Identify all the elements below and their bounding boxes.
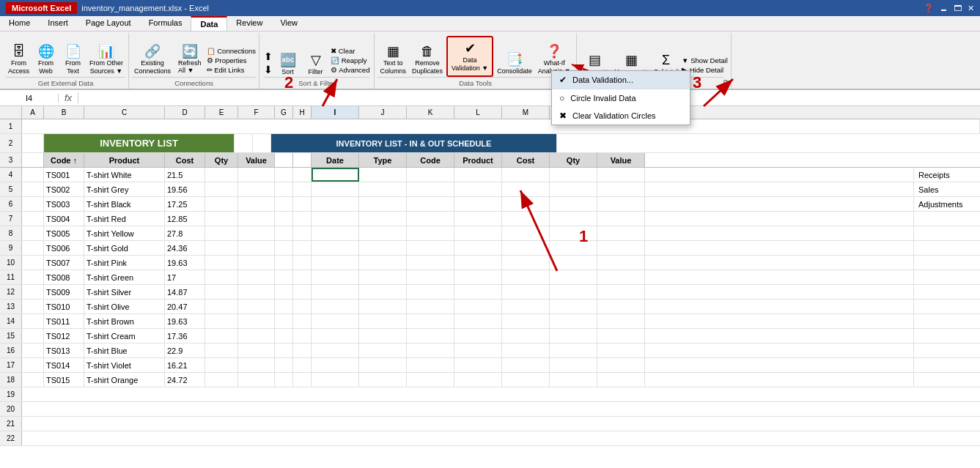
sched-o-7[interactable] [597, 212, 645, 226]
file-button[interactable]: Microsoft Excel [6, 2, 77, 14]
sched-n-18[interactable] [550, 373, 597, 387]
sched-k-12[interactable] [407, 285, 454, 299]
cell-code-14[interactable]: TS011 [44, 314, 84, 328]
cell-code-11[interactable]: TS008 [44, 270, 84, 284]
cell-value-4[interactable] [238, 168, 275, 182]
cell-product-4[interactable]: T-shirt White [84, 168, 165, 182]
col-header-l[interactable]: L [454, 106, 502, 119]
sched-k-11[interactable] [407, 270, 454, 284]
tab-home[interactable]: Home [0, 16, 39, 31]
sched-j-12[interactable] [359, 285, 407, 299]
sched-date-6[interactable] [312, 197, 359, 211]
cell-value-8[interactable] [238, 226, 275, 240]
sched-l-13[interactable] [454, 300, 502, 313]
sched-m-7[interactable] [502, 212, 550, 226]
help-icon[interactable]: ❓ [924, 4, 934, 13]
cell-product-10[interactable]: T-shirt Pink [84, 256, 165, 270]
sched-o-18[interactable] [597, 373, 645, 387]
cell-cost-14[interactable]: 19.63 [165, 314, 205, 328]
cell-product-14[interactable]: T-shirt Brown [84, 314, 165, 328]
cell-qty-16[interactable] [205, 343, 238, 357]
cell-qty-11[interactable] [205, 270, 238, 284]
cell-qty-12[interactable] [205, 285, 238, 299]
col-header-i[interactable]: I [312, 106, 359, 119]
cell-cost-18[interactable]: 24.72 [165, 373, 205, 387]
sched-o-11[interactable] [597, 270, 645, 284]
sched-date-9[interactable] [312, 241, 359, 255]
sched-date-12[interactable] [312, 285, 359, 299]
tab-insert[interactable]: Insert [39, 16, 77, 31]
cell-code-16[interactable]: TS013 [44, 343, 84, 357]
cell-code-9[interactable]: TS006 [44, 241, 84, 255]
sched-o-15[interactable] [597, 329, 645, 343]
sched-o-6[interactable] [597, 197, 645, 211]
cell-product-17[interactable]: T-shirt Violet [84, 358, 165, 372]
cell-cost-10[interactable]: 19.63 [165, 256, 205, 270]
col-header-f[interactable]: F [238, 106, 275, 119]
sched-date-7[interactable] [312, 212, 359, 226]
cell-qty-14[interactable] [205, 314, 238, 328]
cell-qty-6[interactable] [205, 197, 238, 211]
cell-cost-11[interactable]: 17 [165, 270, 205, 284]
sort-asc-icon[interactable]: ⬆ [264, 51, 273, 62]
cell-qty-17[interactable] [205, 358, 238, 372]
sched-date-5[interactable] [312, 182, 359, 196]
cell-code-17[interactable]: TS014 [44, 358, 84, 372]
sched-j-15[interactable] [359, 329, 407, 343]
cell-qty-13[interactable] [205, 300, 238, 313]
cell-value-10[interactable] [238, 256, 275, 270]
sched-m-13[interactable] [502, 300, 550, 313]
sched-date-13[interactable] [312, 300, 359, 313]
sched-m-12[interactable] [502, 285, 550, 299]
cell-cost-13[interactable]: 20.47 [165, 300, 205, 313]
cell-code-10[interactable]: TS007 [44, 256, 84, 270]
col-header-j[interactable]: J [359, 106, 407, 119]
tab-data[interactable]: Data [191, 16, 227, 31]
sched-l-7[interactable] [454, 212, 502, 226]
btn-connections[interactable]: 📋 Connections [207, 47, 256, 55]
col-header-k[interactable]: K [407, 106, 454, 119]
sched-k-4[interactable] [407, 168, 454, 182]
sched-n-11[interactable] [550, 270, 597, 284]
cell-code-7[interactable]: TS004 [44, 212, 84, 226]
sched-l-5[interactable] [454, 182, 502, 196]
sched-o-4[interactable] [597, 168, 645, 182]
outline-dialog-icon[interactable]: ⧉ [723, 78, 728, 86]
cell-product-6[interactable]: T-shirt Black [84, 197, 165, 211]
sched-j-14[interactable] [359, 314, 407, 328]
btn-clear[interactable]: ✖ Clear [331, 47, 369, 55]
sched-date-14[interactable] [312, 314, 359, 328]
cell-cost-15[interactable]: 17.36 [165, 329, 205, 343]
col-header-c[interactable]: C [84, 106, 165, 119]
sched-o-17[interactable] [597, 358, 645, 372]
sched-k-5[interactable] [407, 182, 454, 196]
sched-m-6[interactable] [502, 197, 550, 211]
sched-j-9[interactable] [359, 241, 407, 255]
sched-m-17[interactable] [502, 358, 550, 372]
sched-l-18[interactable] [454, 373, 502, 387]
cell-product-7[interactable]: T-shirt Red [84, 212, 165, 226]
sort-desc-icon[interactable]: ⬇ [264, 64, 273, 75]
sched-k-18[interactable] [407, 373, 454, 387]
col-header-a[interactable]: A [22, 106, 44, 119]
cell-code-13[interactable]: TS010 [44, 300, 84, 313]
sched-j-4[interactable] [359, 168, 407, 182]
sched-j-18[interactable] [359, 373, 407, 387]
btn-show-detail[interactable]: ▼ Show Detail [682, 56, 728, 64]
sched-k-13[interactable] [407, 300, 454, 313]
sched-l-9[interactable] [454, 241, 502, 255]
sched-date-10[interactable] [312, 256, 359, 270]
cell-product-12[interactable]: T-shirt Silver [84, 285, 165, 299]
btn-data-validation[interactable]: ✔ DataValidation ▼ [446, 36, 493, 77]
cell-qty-7[interactable] [205, 212, 238, 226]
sched-o-5[interactable] [597, 182, 645, 196]
sched-l-12[interactable] [454, 285, 502, 299]
sched-k-10[interactable] [407, 256, 454, 270]
cell-value-7[interactable] [238, 212, 275, 226]
cell-product-15[interactable]: T-shirt Cream [84, 329, 165, 343]
sched-o-9[interactable] [597, 241, 645, 255]
sched-n-7[interactable] [550, 212, 597, 226]
btn-filter[interactable]: ▽ Filter [303, 51, 328, 77]
sched-j-13[interactable] [359, 300, 407, 313]
cell-code-12[interactable]: TS009 [44, 285, 84, 299]
